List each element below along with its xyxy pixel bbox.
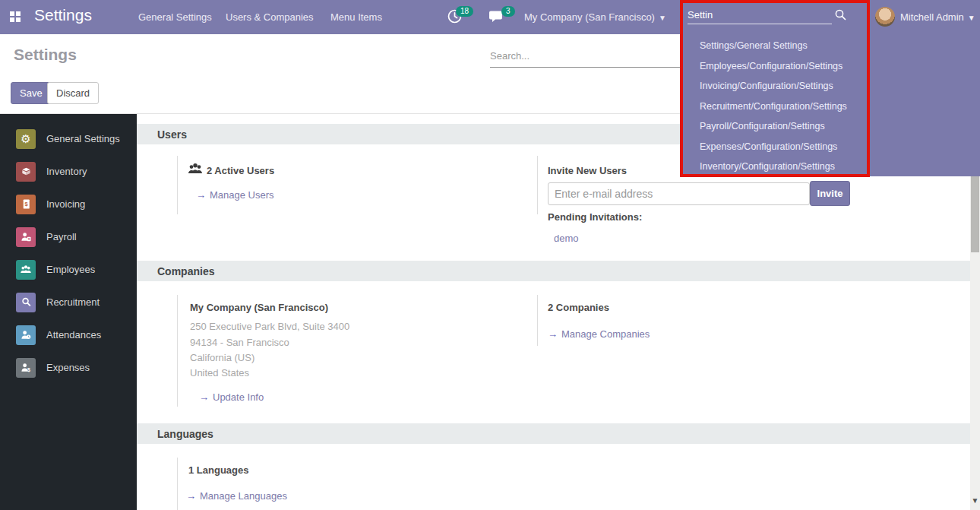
apps-menu-icon[interactable] (10, 11, 21, 22)
save-button[interactable]: Save (11, 82, 52, 104)
page-title: Settings (14, 46, 77, 64)
menu-search-input[interactable]: Settin (688, 9, 713, 21)
sidebar-item-inventory[interactable]: Inventory (0, 155, 137, 188)
payroll-icon: $ (16, 227, 36, 247)
company-address-line: United States (190, 367, 249, 379)
nav-general-settings[interactable]: General Settings (138, 11, 212, 23)
sidebar-item-invoicing[interactable]: $ Invoicing (0, 188, 137, 220)
settings-sidebar: ⚙ General Settings Inventory $ Invoicing… (0, 114, 137, 510)
company-switcher[interactable]: My Company (San Francisco)▼ (524, 11, 666, 23)
discard-button[interactable]: Discard (47, 82, 99, 104)
section-header-languages: Languages (137, 423, 970, 444)
search-result-item[interactable]: Employees/Configuration/Settings (700, 56, 847, 77)
sidebar-item-payroll[interactable]: $ Payroll (0, 220, 137, 253)
search-dropdown-panel: Settin Settings/General Settings Employe… (680, 0, 980, 176)
nav-users-companies[interactable]: Users & Companies (226, 11, 314, 23)
divider (177, 295, 178, 407)
expenses-icon: $ (16, 358, 36, 378)
chevron-down-icon: ▼ (968, 14, 975, 22)
company-address-line: California (US) (190, 352, 254, 363)
search-icon[interactable] (834, 8, 847, 24)
gear-icon: ⚙ (16, 129, 36, 149)
search-placeholder: Search... (490, 48, 681, 65)
company-address-line: 250 Executive Park Blvd, Suite 3400 (190, 321, 349, 332)
invite-button[interactable]: Invite (810, 181, 850, 206)
divider (537, 156, 538, 214)
avatar[interactable] (875, 7, 895, 27)
search-result-item[interactable]: Payroll/Configuration/Settings (700, 116, 847, 137)
arrow-right-icon: → (199, 391, 209, 403)
invite-new-users-label: Invite New Users (548, 165, 627, 176)
manage-companies-link[interactable]: →Manage Companies (548, 328, 650, 340)
messages-badge: 3 (501, 6, 515, 17)
invite-email-field[interactable] (548, 182, 810, 205)
active-users-count: 2 Active Users (207, 165, 274, 176)
users-group-icon (187, 161, 204, 179)
search-results-list: Settings/General Settings Employees/Conf… (700, 36, 847, 177)
app-brand-title[interactable]: Settings (34, 6, 92, 24)
manage-users-link[interactable]: →Manage Users (196, 189, 274, 201)
arrow-right-icon: → (548, 328, 558, 340)
invoice-icon: $ (16, 195, 36, 214)
section-header-companies: Companies (137, 261, 970, 281)
user-menu[interactable]: Mitchell Admin▼ (900, 11, 975, 23)
company-name: My Company (San Francisco) (190, 302, 328, 313)
companies-count: 2 Companies (548, 302, 609, 313)
attendances-icon (16, 325, 36, 345)
pending-user-link[interactable]: demo (554, 233, 579, 244)
scroll-down-arrow-icon[interactable]: ▼ (971, 496, 979, 505)
sidebar-item-expenses[interactable]: $ Expenses (0, 351, 137, 384)
arrow-right-icon: → (196, 189, 206, 201)
sidebar-item-employees[interactable]: Employees (0, 253, 137, 286)
settings-search-input[interactable]: Search... (490, 48, 681, 68)
search-result-item[interactable]: Recruitment/Configuration/Settings (700, 97, 847, 117)
inventory-box-icon (16, 162, 36, 182)
search-result-item[interactable]: Expenses/Configuration/Settings (700, 137, 847, 157)
divider (177, 156, 178, 214)
sidebar-item-recruitment[interactable]: Recruitment (0, 286, 137, 318)
divider (537, 295, 538, 346)
scrollbar-thumb[interactable] (971, 176, 979, 252)
update-info-link[interactable]: →Update Info (199, 391, 264, 403)
search-input-underline (688, 24, 832, 24)
search-result-item[interactable]: Invoicing/Configuration/Settings (700, 76, 847, 97)
manage-languages-link[interactable]: →Manage Languages (186, 490, 287, 502)
search-result-item[interactable]: Settings/General Settings (700, 36, 847, 56)
arrow-right-icon: → (186, 490, 196, 502)
activity-badge: 18 (456, 6, 473, 17)
nav-menu-items[interactable]: Menu Items (330, 11, 382, 23)
svg-text:$: $ (27, 367, 30, 373)
chevron-down-icon: ▼ (659, 14, 666, 22)
sidebar-item-general-settings[interactable]: ⚙ General Settings (0, 122, 137, 155)
sidebar-item-attendances[interactable]: Attendances (0, 318, 137, 351)
pending-invitations-label: Pending Invitations: (548, 211, 642, 223)
employees-icon (16, 260, 36, 280)
divider (177, 458, 178, 510)
company-address-line: 94134 - San Francisco (190, 337, 289, 348)
recruitment-magnifier-icon (16, 293, 36, 312)
search-result-item[interactable]: Inventory/Configuration/Settings (700, 157, 847, 177)
languages-count: 1 Languages (188, 464, 248, 476)
